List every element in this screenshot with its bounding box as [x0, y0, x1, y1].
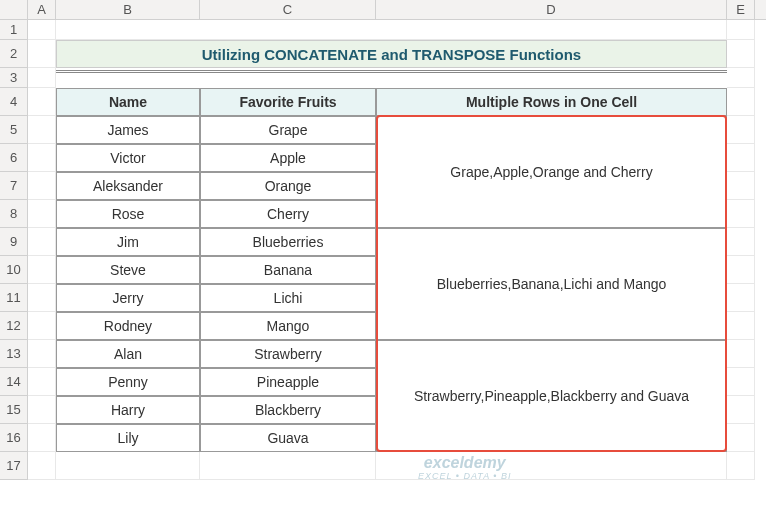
title-cell[interactable]: Utilizing CONCATENATE and TRANSPOSE Func… — [56, 40, 727, 68]
col-header-e[interactable]: E — [727, 0, 755, 19]
row-header-6[interactable]: 6 — [0, 144, 27, 172]
cell-a8[interactable] — [28, 200, 56, 228]
cell-e7[interactable] — [727, 172, 755, 200]
col-header-b[interactable]: B — [56, 0, 200, 19]
merged-result-0[interactable]: Grape,Apple,Orange and Cherry — [376, 116, 727, 228]
cell-a11[interactable] — [28, 284, 56, 312]
cell-e11[interactable] — [727, 284, 755, 312]
cell-b17[interactable] — [56, 452, 200, 480]
cell-fruit-9[interactable]: Pineapple — [200, 368, 376, 396]
cell-fruit-7[interactable]: Mango — [200, 312, 376, 340]
row-header-11[interactable]: 11 — [0, 284, 27, 312]
row-header-3[interactable]: 3 — [0, 68, 27, 88]
cell-name-10[interactable]: Harry — [56, 396, 200, 424]
cell-e12[interactable] — [727, 312, 755, 340]
row-header-8[interactable]: 8 — [0, 200, 27, 228]
cell-fruit-3[interactable]: Cherry — [200, 200, 376, 228]
cell-a15[interactable] — [28, 396, 56, 424]
row-header-2[interactable]: 2 — [0, 40, 27, 68]
cell-e15[interactable] — [727, 396, 755, 424]
cell-a4[interactable] — [28, 88, 56, 116]
cell-a7[interactable] — [28, 172, 56, 200]
cell-e1[interactable] — [727, 20, 755, 40]
cell-a3[interactable] — [28, 68, 56, 88]
col-header-d[interactable]: D — [376, 0, 727, 19]
row-header-1[interactable]: 1 — [0, 20, 27, 40]
cell-fruit-8[interactable]: Strawberry — [200, 340, 376, 368]
cell-fruit-11[interactable]: Guava — [200, 424, 376, 452]
row-header-5[interactable]: 5 — [0, 116, 27, 144]
column-headers: A B C D E — [0, 0, 766, 20]
cell-b1-d1[interactable] — [56, 20, 727, 40]
cell-c17[interactable] — [200, 452, 376, 480]
cell-a6[interactable] — [28, 144, 56, 172]
merged-result-2[interactable]: Strawberry,Pineapple,Blackberry and Guav… — [376, 340, 727, 452]
cell-name-2[interactable]: Aleksander — [56, 172, 200, 200]
cell-name-7[interactable]: Rodney — [56, 312, 200, 340]
spreadsheet: A B C D E 1 2 3 4 5 6 7 8 9 10 11 12 13 … — [0, 0, 766, 526]
cell-name-3[interactable]: Rose — [56, 200, 200, 228]
divider-row — [56, 68, 727, 88]
header-fruits[interactable]: Favorite Fruits — [200, 88, 376, 116]
cell-name-8[interactable]: Alan — [56, 340, 200, 368]
cell-e2[interactable] — [727, 40, 755, 68]
col-header-a[interactable]: A — [28, 0, 56, 19]
cell-e10[interactable] — [727, 256, 755, 284]
cell-a9[interactable] — [28, 228, 56, 256]
cell-fruit-10[interactable]: Blackberry — [200, 396, 376, 424]
cell-name-9[interactable]: Penny — [56, 368, 200, 396]
cell-e17[interactable] — [727, 452, 755, 480]
row-header-13[interactable]: 13 — [0, 340, 27, 368]
cell-e3[interactable] — [727, 68, 755, 88]
cell-name-0[interactable]: James — [56, 116, 200, 144]
row-header-17[interactable]: 17 — [0, 452, 27, 480]
cell-e6[interactable] — [727, 144, 755, 172]
cell-a16[interactable] — [28, 424, 56, 452]
cell-name-4[interactable]: Jim — [56, 228, 200, 256]
cell-e5[interactable] — [727, 116, 755, 144]
cell-a14[interactable] — [28, 368, 56, 396]
cell-name-1[interactable]: Victor — [56, 144, 200, 172]
cell-e16[interactable] — [727, 424, 755, 452]
cell-e4[interactable] — [727, 88, 755, 116]
cell-e9[interactable] — [727, 228, 755, 256]
row-header-12[interactable]: 12 — [0, 312, 27, 340]
col-header-c[interactable]: C — [200, 0, 376, 19]
cell-d17[interactable] — [376, 452, 727, 480]
cell-a17[interactable] — [28, 452, 56, 480]
select-all-corner[interactable] — [0, 0, 28, 19]
cell-a12[interactable] — [28, 312, 56, 340]
cell-e8[interactable] — [727, 200, 755, 228]
row-headers: 1 2 3 4 5 6 7 8 9 10 11 12 13 14 15 16 1… — [0, 20, 28, 480]
row-header-4[interactable]: 4 — [0, 88, 27, 116]
cell-name-6[interactable]: Jerry — [56, 284, 200, 312]
cell-e14[interactable] — [727, 368, 755, 396]
cell-a2[interactable] — [28, 40, 56, 68]
cells-area: Utilizing CONCATENATE and TRANSPOSE Func… — [28, 20, 766, 480]
cell-a13[interactable] — [28, 340, 56, 368]
row-header-16[interactable]: 16 — [0, 424, 27, 452]
cell-e13[interactable] — [727, 340, 755, 368]
merged-result-1[interactable]: Blueberries,Banana,Lichi and Mango — [376, 228, 727, 340]
cell-fruit-2[interactable]: Orange — [200, 172, 376, 200]
row-header-15[interactable]: 15 — [0, 396, 27, 424]
cell-fruit-6[interactable]: Lichi — [200, 284, 376, 312]
cell-a5[interactable] — [28, 116, 56, 144]
cell-name-11[interactable]: Lily — [56, 424, 200, 452]
row-header-14[interactable]: 14 — [0, 368, 27, 396]
cell-a1[interactable] — [28, 20, 56, 40]
row-header-10[interactable]: 10 — [0, 256, 27, 284]
header-name[interactable]: Name — [56, 88, 200, 116]
cell-fruit-5[interactable]: Banana — [200, 256, 376, 284]
cell-name-5[interactable]: Steve — [56, 256, 200, 284]
cell-fruit-0[interactable]: Grape — [200, 116, 376, 144]
row-header-9[interactable]: 9 — [0, 228, 27, 256]
cell-fruit-4[interactable]: Blueberries — [200, 228, 376, 256]
row-header-7[interactable]: 7 — [0, 172, 27, 200]
cell-a10[interactable] — [28, 256, 56, 284]
header-multi[interactable]: Multiple Rows in One Cell — [376, 88, 727, 116]
cell-fruit-1[interactable]: Apple — [200, 144, 376, 172]
